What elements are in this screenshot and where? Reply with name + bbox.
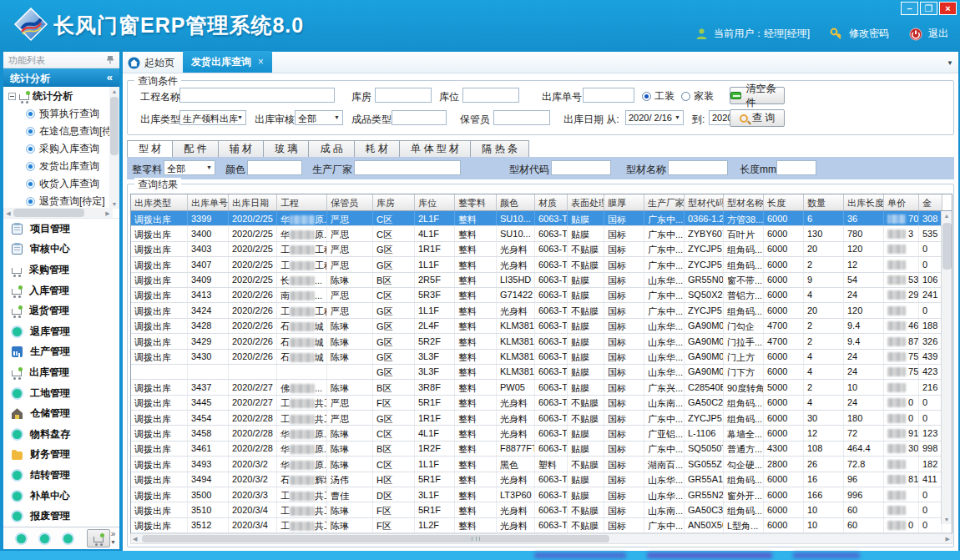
- profile-name-input[interactable]: [668, 160, 728, 175]
- sidebar-item-报废管理[interactable]: 报废管理: [3, 506, 119, 527]
- sidebar-item-退货管理[interactable]: 退货管理: [3, 300, 119, 321]
- table-row[interactable]: 调拨出库34582020/2/28华原...陈琳C区4L1F整料光身料6063-…: [131, 426, 952, 441]
- tab-close-icon[interactable]: ×: [258, 56, 264, 68]
- sidebar-item-审核中心[interactable]: 审核中心: [3, 240, 119, 260]
- column-header[interactable]: 材质: [535, 194, 568, 210]
- maker-input[interactable]: [354, 160, 461, 175]
- maximize-button[interactable]: ❐: [920, 2, 937, 15]
- grid-horizontal-scrollbar[interactable]: ◀ ▶: [130, 533, 952, 544]
- tree-item[interactable]: 发货出库查询: [3, 158, 119, 175]
- sidebar-item-仓储管理[interactable]: 仓储管理: [3, 403, 119, 424]
- sidebar-item-工地管理[interactable]: 工地管理: [3, 383, 119, 404]
- logout-link[interactable]: 退出: [928, 27, 948, 41]
- scroll-left-icon[interactable]: ◀: [3, 209, 13, 218]
- radio-work[interactable]: 工装: [642, 89, 675, 103]
- tree-item[interactable]: 预算执行查询: [3, 105, 119, 123]
- scrollbar-thumb[interactable]: [942, 223, 952, 270]
- length-input[interactable]: [776, 160, 816, 175]
- column-header[interactable]: 金: [919, 194, 942, 210]
- date-from-select[interactable]: ▼ 2020/ 2/16: [625, 110, 684, 125]
- profile-code-input[interactable]: [551, 160, 611, 175]
- column-header[interactable]: 出库单号: [188, 194, 229, 210]
- material-tab[interactable]: 玻 璃: [264, 140, 309, 158]
- order-no-input[interactable]: [583, 88, 634, 103]
- table-row[interactable]: 调拨出库34072020/2/25工工程严思G区1L1F整料光身料6063-T5…: [131, 257, 952, 272]
- column-header[interactable]: 整零料: [455, 194, 497, 210]
- minimize-button[interactable]: –: [901, 2, 918, 15]
- sidebar-item-财务管理[interactable]: 财务管理: [3, 445, 119, 466]
- scroll-right-icon[interactable]: ▶: [946, 535, 950, 543]
- table-row[interactable]: 调拨出库34612020/2/28华原...陈琳B区1R2F整料F8877FT6…: [131, 441, 952, 457]
- scroll-left-icon[interactable]: ◀: [133, 535, 137, 543]
- table-row[interactable]: 调拨出库34032020/2/25工工程严思G区1R1F整料光身料6063-T5…: [131, 242, 952, 257]
- column-header[interactable]: 膜厚: [604, 194, 644, 210]
- table-row[interactable]: 调拨出库34452020/2/27工共工程严思F区5R1F整料光身料6063-T…: [131, 396, 952, 411]
- table-row[interactable]: 调拨出库34292020/2/26石城陈琳G区5R2F整料KLM38176063…: [131, 334, 952, 349]
- material-tab[interactable]: 配 件: [173, 140, 218, 158]
- column-header[interactable]: 长度: [764, 194, 804, 210]
- column-header[interactable]: 型材名称: [724, 194, 764, 210]
- table-row[interactable]: 调拨出库33992020/2/25华原...严思C区2L1F整料SU10...6…: [131, 211, 952, 226]
- pin-icon[interactable]: [106, 55, 114, 64]
- scrollbar-thumb[interactable]: [110, 97, 119, 155]
- collapse-icon[interactable]: «: [107, 71, 113, 83]
- color-input[interactable]: [247, 160, 302, 175]
- tree-vertical-scrollbar[interactable]: ▲ ▼: [109, 87, 119, 209]
- toolbar-dot-icon[interactable]: [40, 534, 49, 543]
- material-tab[interactable]: 成 品: [309, 140, 354, 158]
- column-header[interactable]: 保管员: [327, 194, 373, 210]
- table-row[interactable]: 调拨出库35002020/3/3工共工程曹佳D区3L1F整料LT3P606063…: [131, 487, 952, 502]
- location-input[interactable]: [462, 88, 519, 103]
- sidebar-section-header[interactable]: 统计分析 «: [3, 68, 119, 87]
- column-header[interactable]: 型材代码: [685, 194, 724, 210]
- sidebar-item-出库管理[interactable]: 出库管理: [3, 362, 119, 383]
- sidebar-item-生产管理[interactable]: 生产管理: [3, 342, 119, 363]
- table-row[interactable]: 调拨出库34302020/2/26石城陈琳G区3L3F整料KLM38176063…: [131, 350, 952, 365]
- tree-expander-icon[interactable]: [8, 93, 16, 100]
- scroll-up-icon[interactable]: ▲: [109, 87, 119, 96]
- table-row[interactable]: 调拨出库34932020/3/2华原...陈琳C区1L1F整料黑色塑料不贴膜国标…: [131, 457, 952, 472]
- table-row[interactable]: 调拨出库34282020/2/26石城陈琳G区2L4F整料KLM38176063…: [131, 319, 952, 334]
- project-name-input[interactable]: [179, 88, 335, 103]
- tree-item[interactable]: 收货入库查询: [3, 175, 119, 193]
- material-tab[interactable]: 耗 材: [355, 140, 400, 158]
- warehouse-input[interactable]: [375, 88, 432, 103]
- tab-list-dropdown-icon[interactable]: ▼: [947, 59, 953, 67]
- clear-conditions-button[interactable]: 清空条件: [730, 87, 785, 104]
- sidebar-item-项目管理[interactable]: 项目管理: [3, 219, 119, 240]
- column-header[interactable]: 颜色: [497, 194, 535, 210]
- scroll-down-icon[interactable]: ▼: [942, 515, 952, 524]
- scrollbar-thumb[interactable]: [13, 209, 84, 217]
- toolbar-dot-icon[interactable]: [17, 534, 26, 543]
- toolbar-cart-button[interactable]: [87, 529, 110, 547]
- table-row[interactable]: 调拨出库34092020/2/25长...陈琳B区2R5F整料LI35HD606…: [131, 273, 952, 288]
- column-header[interactable]: 库位: [415, 194, 455, 210]
- tree-item[interactable]: 在途信息查询[待: [3, 123, 119, 140]
- product-type-input[interactable]: [392, 110, 447, 125]
- table-row[interactable]: 调拨出库34132020/2/26南...严思C区5R3F整料G71422606…: [131, 288, 952, 303]
- column-header[interactable]: 工程: [277, 194, 327, 210]
- tab-active[interactable]: 发货出库查询 ×: [183, 51, 272, 73]
- material-tab[interactable]: 隔 热 条: [471, 140, 529, 158]
- sidebar-item-补单中心[interactable]: 补单中心: [3, 486, 119, 507]
- out-type-select[interactable]: ▼ 生产领料出库: [179, 110, 246, 125]
- scroll-up-icon[interactable]: ▲: [942, 211, 952, 220]
- sidebar-item-结转管理[interactable]: 结转管理: [3, 465, 119, 486]
- change-password-link[interactable]: 修改密码: [849, 27, 889, 41]
- table-row[interactable]: 调拨出库34542020/2/28工共工程严思G区1R1F整料光身料6063-T…: [131, 411, 952, 426]
- material-tab[interactable]: 型 材: [127, 140, 173, 158]
- table-row[interactable]: G区3L3F整料KLM38176063-T5贴膜国标山东华...GA90M09.…: [131, 365, 952, 380]
- keeper-input[interactable]: [493, 110, 550, 125]
- toolbar-overflow-button[interactable]: » ▼: [110, 530, 116, 546]
- whole-part-select[interactable]: ▼ 全部: [164, 160, 215, 175]
- table-row[interactable]: 调拨出库35102020/3/4工共工程陈琳F区5R1F整料光身料6063-T5…: [131, 502, 952, 517]
- scroll-right-icon[interactable]: ▶: [103, 209, 113, 218]
- close-button[interactable]: ×: [939, 2, 957, 15]
- scrollbar-thumb[interactable]: [142, 535, 609, 542]
- sidebar-item-入库管理[interactable]: 入库管理: [3, 280, 119, 301]
- column-header[interactable]: 出库类型: [131, 194, 188, 210]
- column-header[interactable]: 出库长度: [844, 194, 884, 210]
- sidebar-item-采购管理[interactable]: 采购管理: [3, 260, 119, 280]
- column-header[interactable]: 数量: [804, 194, 844, 210]
- sidebar-item-退库管理[interactable]: 退库管理: [3, 321, 119, 342]
